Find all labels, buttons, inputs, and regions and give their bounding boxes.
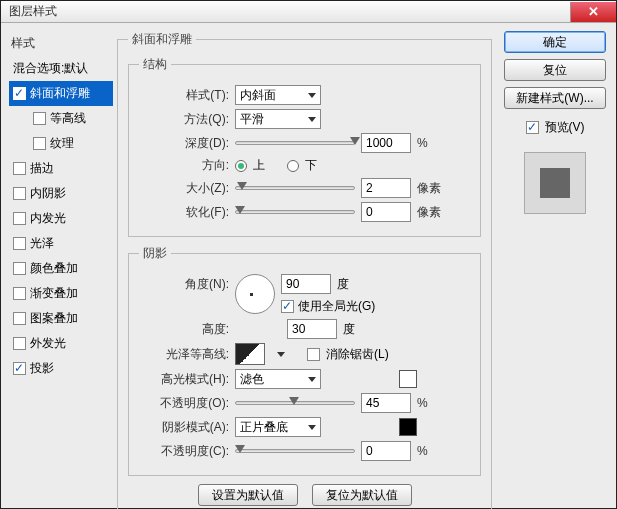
sidebar-item-checkbox[interactable] <box>33 137 46 150</box>
technique-dropdown[interactable]: 平滑 <box>235 109 321 129</box>
shadow-opacity-label: 不透明度(C): <box>139 443 229 460</box>
sidebar-item-9[interactable]: 图案叠加 <box>9 306 113 331</box>
antialias-label: 消除锯齿(L) <box>326 346 389 363</box>
sidebar-item-7[interactable]: 颜色叠加 <box>9 256 113 281</box>
window-title: 图层样式 <box>1 3 57 20</box>
sidebar-item-label: 斜面和浮雕 <box>30 85 90 102</box>
shading-legend: 阴影 <box>139 245 171 262</box>
sidebar-item-2[interactable]: 纹理 <box>9 131 113 156</box>
highlight-mode-dropdown[interactable]: 滤色 <box>235 369 321 389</box>
sidebar-item-1[interactable]: 等高线 <box>9 106 113 131</box>
sidebar-item-5[interactable]: 内发光 <box>9 206 113 231</box>
sidebar-item-10[interactable]: 外发光 <box>9 331 113 356</box>
sidebar-item-label: 图案叠加 <box>30 310 78 327</box>
sidebar-item-0[interactable]: 斜面和浮雕 <box>9 81 113 106</box>
sidebar-item-label: 光泽 <box>30 235 54 252</box>
layer-style-dialog: 图层样式 ✕ 样式 混合选项:默认 斜面和浮雕等高线纹理描边内阴影内发光光泽颜色… <box>0 0 617 509</box>
new-style-button[interactable]: 新建样式(W)... <box>504 87 606 109</box>
preview-box <box>524 152 586 214</box>
soften-slider[interactable] <box>235 209 355 215</box>
depth-slider[interactable] <box>235 140 355 146</box>
depth-input[interactable] <box>361 133 411 153</box>
bevel-emboss-group: 斜面和浮雕 结构 样式(T): 内斜面 方法(Q): 平滑 <box>117 31 492 509</box>
sidebar-item-checkbox[interactable] <box>33 112 46 125</box>
global-light-checkbox[interactable] <box>281 300 294 313</box>
right-column: 确定 复位 新建样式(W)... 预览(V) <box>500 23 616 508</box>
size-input[interactable] <box>361 178 411 198</box>
sidebar-header: 样式 <box>11 35 111 52</box>
sidebar-item-11[interactable]: 投影 <box>9 356 113 381</box>
titlebar: 图层样式 ✕ <box>1 1 616 23</box>
depth-unit: % <box>417 136 447 150</box>
sidebar-item-label: 投影 <box>30 360 54 377</box>
chevron-down-icon <box>308 425 316 430</box>
sidebar-item-checkbox[interactable] <box>13 162 26 175</box>
chevron-down-icon[interactable] <box>277 352 285 357</box>
sidebar-item-checkbox[interactable] <box>13 262 26 275</box>
shadow-opacity-slider[interactable] <box>235 448 355 454</box>
preview-swatch <box>540 168 570 198</box>
reset-default-button[interactable]: 复位为默认值 <box>312 484 412 506</box>
direction-down-label: 下 <box>305 157 317 174</box>
soften-label: 软化(F): <box>139 204 229 221</box>
sidebar-item-label: 内阴影 <box>30 185 66 202</box>
global-light-label: 使用全局光(G) <box>298 298 375 315</box>
highlight-color-swatch[interactable] <box>399 370 417 388</box>
angle-label: 角度(N): <box>139 274 229 293</box>
technique-label: 方法(Q): <box>139 111 229 128</box>
preview-label: 预览(V) <box>545 119 585 136</box>
preview-checkbox[interactable] <box>526 121 539 134</box>
altitude-input[interactable] <box>287 319 337 339</box>
style-label: 样式(T): <box>139 87 229 104</box>
soften-input[interactable] <box>361 202 411 222</box>
sidebar-item-8[interactable]: 渐变叠加 <box>9 281 113 306</box>
sidebar-item-checkbox[interactable] <box>13 87 26 100</box>
shadow-mode-label: 阴影模式(A): <box>139 419 229 436</box>
sidebar-item-label: 纹理 <box>50 135 74 152</box>
shading-group: 阴影 角度(N): 度 使用全局光(G) <box>128 245 481 476</box>
shadow-color-swatch[interactable] <box>399 418 417 436</box>
depth-label: 深度(D): <box>139 135 229 152</box>
sidebar-item-checkbox[interactable] <box>13 237 26 250</box>
shadow-mode-dropdown[interactable]: 正片叠底 <box>235 417 321 437</box>
sidebar-item-3[interactable]: 描边 <box>9 156 113 181</box>
style-dropdown[interactable]: 内斜面 <box>235 85 321 105</box>
sidebar-blending-options[interactable]: 混合选项:默认 <box>9 56 113 81</box>
structure-group: 结构 样式(T): 内斜面 方法(Q): 平滑 深度 <box>128 56 481 237</box>
sidebar-item-checkbox[interactable] <box>13 212 26 225</box>
cancel-button[interactable]: 复位 <box>504 59 606 81</box>
size-unit: 像素 <box>417 180 447 197</box>
antialias-checkbox[interactable] <box>307 348 320 361</box>
sidebar-item-checkbox[interactable] <box>13 312 26 325</box>
sidebar-item-6[interactable]: 光泽 <box>9 231 113 256</box>
direction-up-radio[interactable] <box>235 160 247 172</box>
angle-unit: 度 <box>337 276 349 293</box>
direction-down-radio[interactable] <box>287 160 299 172</box>
sidebar-item-4[interactable]: 内阴影 <box>9 181 113 206</box>
size-label: 大小(Z): <box>139 180 229 197</box>
sidebar-item-label: 外发光 <box>30 335 66 352</box>
make-default-button[interactable]: 设置为默认值 <box>198 484 298 506</box>
chevron-down-icon <box>308 377 316 382</box>
highlight-opacity-input[interactable] <box>361 393 411 413</box>
shadow-opacity-unit: % <box>417 444 447 458</box>
sidebar-item-label: 颜色叠加 <box>30 260 78 277</box>
soften-unit: 像素 <box>417 204 447 221</box>
sidebar-item-checkbox[interactable] <box>13 337 26 350</box>
highlight-opacity-label: 不透明度(O): <box>139 395 229 412</box>
sidebar-item-checkbox[interactable] <box>13 287 26 300</box>
ok-button[interactable]: 确定 <box>504 31 606 53</box>
sidebar-item-checkbox[interactable] <box>13 187 26 200</box>
highlight-opacity-slider[interactable] <box>235 400 355 406</box>
sidebar-item-checkbox[interactable] <box>13 362 26 375</box>
shadow-opacity-input[interactable] <box>361 441 411 461</box>
close-button[interactable]: ✕ <box>570 2 616 22</box>
direction-label: 方向: <box>139 157 229 174</box>
direction-up-label: 上 <box>253 157 265 174</box>
angle-input[interactable] <box>281 274 331 294</box>
chevron-down-icon <box>308 117 316 122</box>
angle-wheel[interactable] <box>235 274 275 314</box>
highlight-opacity-unit: % <box>417 396 447 410</box>
gloss-contour-picker[interactable] <box>235 343 265 365</box>
size-slider[interactable] <box>235 185 355 191</box>
